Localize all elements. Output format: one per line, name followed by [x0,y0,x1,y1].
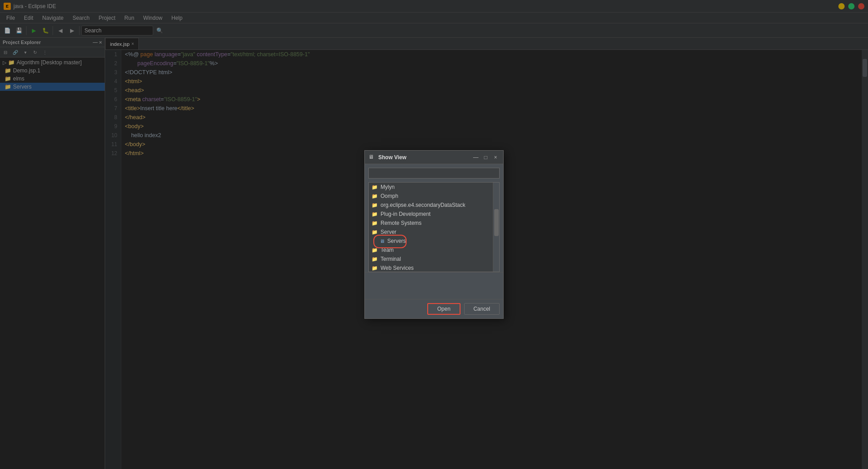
folder-icon: 📁 [372,229,378,235]
folder-icon: 📁 [372,256,378,262]
dialog-list-container: 📁 Mylyn 📁 Oomph 📁 org.eclipse.e4.seconda… [368,182,500,272]
folder-icon: 📁 [372,211,378,217]
dialog-item-label: Server [381,229,396,235]
dialog-search [365,164,503,182]
dialog-close-btn[interactable]: × [492,153,500,161]
dialog-item-label: org.eclipse.e4.secondaryDataStack [381,202,465,208]
folder-icon: 📁 [372,220,378,226]
dialog-item-label: Team [381,247,394,253]
folder-icon: 📁 [372,202,378,208]
dialog-title: Show View [378,154,472,161]
dialog-item-org-eclipse[interactable]: 📁 org.eclipse.e4.secondaryDataStack [369,201,493,210]
show-view-dialog: 🖥 Show View — □ × 📁 Mylyn 📁 Oomph [364,150,504,319]
dialog-scrollbar[interactable] [493,183,499,272]
dialog-item-terminal[interactable]: 📁 Terminal [369,255,493,264]
server-view-icon: 🖥 [380,238,385,244]
dialog-cancel-button[interactable]: Cancel [464,303,500,315]
dialog-item-server[interactable]: 📁 Server [369,228,493,237]
dialog-item-label: Terminal [381,256,401,262]
dialog-description [365,272,503,299]
dialog-open-button[interactable]: Open [427,303,460,315]
dialog-scrollbar-thumb[interactable] [494,209,499,236]
dialog-titlebar: 🖥 Show View — □ × [365,151,503,164]
dialog-search-input[interactable] [368,168,500,179]
dialog-item-remote-systems[interactable]: 📁 Remote Systems [369,219,493,228]
folder-icon: 📁 [372,247,378,253]
dialog-item-label: Plug-in Development [381,211,430,217]
dialog-controls: — □ × [472,153,500,161]
dialog-item-label: Remote Systems [381,220,421,226]
folder-icon: 📁 [372,265,378,271]
dialog-item-plugin-dev[interactable]: 📁 Plug-in Development [369,210,493,219]
dialog-maximize-btn[interactable]: □ [482,153,490,161]
modal-overlay: 🖥 Show View — □ × 📁 Mylyn 📁 Oomph [0,0,868,469]
folder-icon: 📁 [372,193,378,199]
dialog-item-label: Oomph [381,193,398,199]
dialog-item-label: Mylyn [381,184,394,190]
dialog-buttons: Open Cancel [365,299,503,318]
dialog-item-servers[interactable]: 🖥 Servers [369,237,493,246]
dialog-item-label: Servers [387,238,406,244]
dialog-item-label: Web Services [381,265,414,271]
dialog-icon: 🖥 [368,154,376,161]
dialog-item-mylyn[interactable]: 📁 Mylyn [369,183,493,192]
folder-icon: 📁 [372,184,378,190]
dialog-list: 📁 Mylyn 📁 Oomph 📁 org.eclipse.e4.seconda… [369,183,493,272]
dialog-item-oomph[interactable]: 📁 Oomph [369,192,493,201]
dialog-item-team[interactable]: 📁 Team [369,246,493,255]
dialog-item-web-services[interactable]: 📁 Web Services [369,264,493,272]
dialog-minimize-btn[interactable]: — [472,153,480,161]
